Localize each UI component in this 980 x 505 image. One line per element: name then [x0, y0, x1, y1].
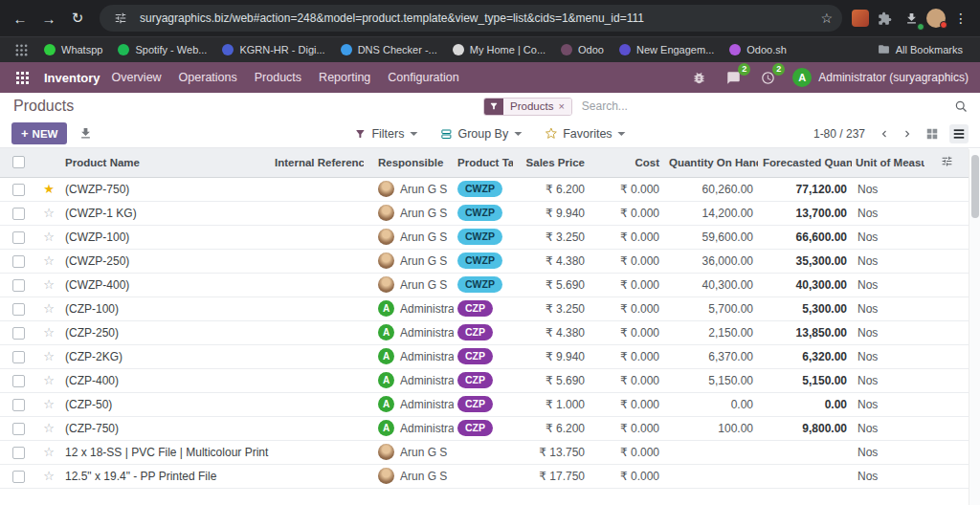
table-row[interactable]: ☆(CZP-2KG)AAdministratorCZP₹ 9.940₹ 0.00…: [0, 344, 969, 368]
bookmark-item[interactable]: Spotify - Web...: [110, 41, 214, 58]
favorite-star-icon[interactable]: ☆: [43, 206, 55, 220]
col-quantity-on-hand[interactable]: Quantity On Hand: [664, 148, 758, 177]
nav-menu-products[interactable]: Products: [255, 71, 301, 84]
extensions-puzzle-icon[interactable]: [873, 7, 896, 30]
select-all-checkbox[interactable]: [12, 156, 25, 168]
scrollbar-thumb[interactable]: [971, 155, 979, 218]
favorite-star-icon[interactable]: ☆: [43, 421, 55, 435]
favorite-star-icon[interactable]: ☆: [43, 301, 55, 316]
row-checkbox[interactable]: [12, 208, 25, 220]
favorite-star-icon[interactable]: ☆: [43, 253, 55, 268]
site-settings-icon[interactable]: [109, 7, 132, 30]
row-checkbox[interactable]: [12, 423, 25, 435]
profile-avatar[interactable]: [926, 9, 946, 28]
bookmark-star-icon[interactable]: ☆: [820, 11, 833, 25]
reload-button[interactable]: ↻: [65, 6, 90, 31]
favorite-star-icon[interactable]: ☆: [43, 349, 55, 363]
table-row[interactable]: ☆12 x 18-SS | PVC File | Multicolour Pri…: [0, 440, 969, 464]
table-row[interactable]: ☆(CZP-750)AAdministratorCZP₹ 6.200₹ 0.00…: [0, 416, 969, 440]
activities-clock-icon[interactable]: 2: [758, 68, 777, 87]
remove-facet-icon[interactable]: ×: [558, 100, 564, 112]
favorites-button[interactable]: Favorites: [545, 127, 625, 141]
row-checkbox[interactable]: [12, 375, 25, 387]
table-row[interactable]: ★(CWZP-750)Arun G SCWZP₹ 6.200₹ 0.00060,…: [0, 177, 969, 201]
row-checkbox[interactable]: [12, 303, 25, 316]
app-name[interactable]: Inventory: [44, 71, 100, 85]
vertical-scrollbar[interactable]: [969, 149, 980, 505]
col-unit-of-measure[interactable]: Unit of Measure: [852, 148, 924, 177]
col-product-name[interactable]: Product Name: [61, 148, 270, 177]
col-cost[interactable]: Cost: [590, 148, 664, 177]
export-icon[interactable]: [78, 126, 93, 141]
bookmark-item[interactable]: Odoo.sh: [722, 41, 794, 58]
all-bookmarks[interactable]: All Bookmarks: [870, 40, 970, 60]
col-product-tags[interactable]: Product Ta...: [454, 148, 513, 177]
bookmark-item[interactable]: DNS Checker -...: [333, 41, 445, 58]
favorite-star-icon[interactable]: ☆: [43, 277, 55, 292]
bookmark-item[interactable]: Whatspp: [36, 41, 110, 58]
table-row[interactable]: ☆12.5" x 19.4" - PP Printed FileArun G S…: [0, 464, 969, 488]
favorite-star-icon[interactable]: ☆: [43, 325, 55, 340]
table-row[interactable]: ☆(CWZP-1 KG)Arun G SCWZP₹ 9.940₹ 0.00014…: [0, 201, 969, 225]
row-checkbox[interactable]: [12, 184, 25, 196]
table-row[interactable]: ☆(CWZP-400)Arun G SCWZP₹ 5.690₹ 0.00040,…: [0, 273, 969, 296]
table-row[interactable]: ☆(CWZP-100)Arun G SCWZP₹ 3.250₹ 0.00059,…: [0, 225, 969, 249]
forecasted-qty-cell: 13,700.00: [758, 201, 852, 225]
pager-previous-icon[interactable]: [877, 126, 892, 142]
menu-kebab-icon[interactable]: ⋮: [949, 7, 972, 30]
table-row[interactable]: ☆(CWZP-250)Arun G SCWZP₹ 4.380₹ 0.00036,…: [0, 249, 969, 273]
apps-grid-icon[interactable]: [10, 38, 33, 61]
new-button[interactable]: + NEW: [11, 122, 67, 144]
bookmark-item[interactable]: Odoo: [553, 41, 612, 58]
search-icon[interactable]: [954, 99, 969, 114]
nav-menu-reporting[interactable]: Reporting: [319, 71, 370, 84]
favorite-star-icon[interactable]: ☆: [43, 469, 55, 483]
col-responsible[interactable]: Responsible: [364, 148, 454, 177]
nav-menu-operations[interactable]: Operations: [179, 71, 237, 84]
row-checkbox[interactable]: [12, 279, 25, 292]
forward-button[interactable]: →: [36, 6, 61, 31]
url-bar[interactable]: suryagraphics.biz/web#action=248&model=p…: [100, 5, 842, 32]
list-view-icon[interactable]: [949, 124, 969, 143]
row-checkbox[interactable]: [12, 399, 25, 411]
favorite-star-icon[interactable]: ☆: [43, 397, 55, 411]
row-checkbox[interactable]: [12, 471, 25, 483]
table-row[interactable]: ☆(CZP-50)AAdministratorCZP₹ 1.000₹ 0.000…: [0, 392, 969, 416]
table-row[interactable]: ☆(CZP-250)AAdministratorCZP₹ 4.380₹ 0.00…: [0, 320, 969, 344]
nav-menu-overview[interactable]: Overview: [112, 71, 162, 84]
row-checkbox[interactable]: [12, 351, 25, 363]
favorite-star-icon[interactable]: ★: [43, 182, 55, 196]
search-input[interactable]: Search...: [582, 99, 628, 113]
row-checkbox[interactable]: [12, 255, 25, 268]
nav-menu-configuration[interactable]: Configuration: [388, 71, 458, 84]
extension-icon[interactable]: [852, 10, 869, 27]
apps-menu-icon[interactable]: [11, 72, 33, 84]
bookmark-item[interactable]: New Engagem...: [612, 41, 722, 58]
search-facet[interactable]: Products ×: [483, 98, 572, 116]
kanban-view-icon[interactable]: [923, 124, 942, 143]
debug-bug-icon[interactable]: [689, 68, 708, 87]
downloads-icon[interactable]: [900, 7, 923, 30]
row-checkbox[interactable]: [12, 447, 25, 459]
favorite-star-icon[interactable]: ☆: [43, 445, 55, 459]
favorite-star-icon[interactable]: ☆: [43, 230, 55, 244]
optional-columns-icon[interactable]: [941, 158, 953, 169]
bookmark-item[interactable]: My Home | Co...: [445, 41, 553, 58]
internal-reference-cell: [270, 320, 364, 344]
back-button[interactable]: ←: [8, 6, 33, 31]
col-sales-price[interactable]: Sales Price: [513, 148, 590, 177]
filters-button[interactable]: Filters: [354, 127, 417, 141]
bookmark-item[interactable]: KGRN-HR - Digi...: [214, 41, 332, 58]
messages-icon[interactable]: 2: [724, 68, 743, 87]
pager-next-icon[interactable]: [900, 126, 915, 142]
table-row[interactable]: ☆(CZP-100)AAdministratorCZP₹ 3.250₹ 0.00…: [0, 296, 969, 320]
col-forecasted-quantity[interactable]: Forecasted Quantity: [758, 148, 852, 177]
row-checkbox-cell: [0, 201, 36, 225]
favorite-star-icon[interactable]: ☆: [43, 373, 55, 387]
user-menu[interactable]: A Administrator (suryagraphics): [792, 68, 969, 87]
table-row[interactable]: ☆(CZP-400)AAdministratorCZP₹ 5.690₹ 0.00…: [0, 368, 969, 392]
col-internal-reference[interactable]: Internal Reference: [270, 148, 364, 177]
row-checkbox[interactable]: [12, 231, 25, 244]
row-checkbox[interactable]: [12, 327, 25, 340]
group-by-button[interactable]: Group By: [440, 127, 522, 141]
